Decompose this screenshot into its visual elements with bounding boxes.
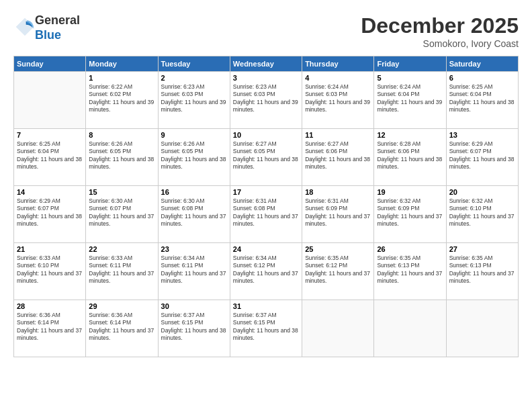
calendar-cell: 15Sunrise: 6:30 AMSunset: 6:07 PMDayligh… [86,186,158,243]
logo-text: General Blue [35,13,80,42]
cell-info: Sunrise: 6:29 AMSunset: 6:07 PMDaylight:… [449,140,515,171]
calendar-cell: 30Sunrise: 6:37 AMSunset: 6:15 PMDayligh… [158,300,230,357]
day-number: 20 [449,188,515,196]
day-number: 14 [17,188,83,196]
day-number: 21 [17,245,83,253]
calendar-cell: 27Sunrise: 6:35 AMSunset: 6:13 PMDayligh… [446,243,518,300]
weekday-header-row: SundayMondayTuesdayWednesdayThursdayFrid… [14,56,519,72]
calendar: SundayMondayTuesdayWednesdayThursdayFrid… [13,56,519,357]
cell-info: Sunrise: 6:35 AMSunset: 6:12 PMDaylight:… [305,255,371,285]
week-row-2: 7Sunrise: 6:25 AMSunset: 6:04 PMDaylight… [14,129,519,186]
day-number: 26 [377,245,443,253]
calendar-cell: 10Sunrise: 6:27 AMSunset: 6:05 PMDayligh… [230,129,302,186]
day-number: 9 [161,131,227,139]
cell-info: Sunrise: 6:37 AMSunset: 6:15 PMDaylight:… [233,312,299,342]
day-number: 10 [233,131,299,139]
calendar-cell: 5Sunrise: 6:24 AMSunset: 6:04 PMDaylight… [374,72,446,129]
calendar-cell: 26Sunrise: 6:35 AMSunset: 6:13 PMDayligh… [374,243,446,300]
day-number: 25 [305,245,371,253]
day-number: 6 [449,74,515,82]
day-number: 3 [233,74,299,82]
calendar-cell: 1Sunrise: 6:22 AMSunset: 6:02 PMDaylight… [86,72,158,129]
calendar-cell: 11Sunrise: 6:27 AMSunset: 6:06 PMDayligh… [302,129,374,186]
cell-info: Sunrise: 6:27 AMSunset: 6:05 PMDaylight:… [233,140,299,171]
calendar-cell: 9Sunrise: 6:26 AMSunset: 6:05 PMDaylight… [158,129,230,186]
cell-info: Sunrise: 6:32 AMSunset: 6:10 PMDaylight:… [449,197,515,228]
day-number: 18 [305,188,371,196]
cell-info: Sunrise: 6:31 AMSunset: 6:08 PMDaylight:… [233,197,299,228]
weekday-header-friday: Friday [374,56,446,72]
cell-info: Sunrise: 6:27 AMSunset: 6:06 PMDaylight:… [305,140,371,171]
cell-info: Sunrise: 6:26 AMSunset: 6:05 PMDaylight:… [161,140,227,171]
cell-info: Sunrise: 6:35 AMSunset: 6:13 PMDaylight:… [377,255,443,285]
day-number: 28 [17,302,83,310]
day-number: 1 [89,74,154,82]
day-number: 5 [377,74,443,82]
day-number: 17 [233,188,299,196]
calendar-cell: 28Sunrise: 6:36 AMSunset: 6:14 PMDayligh… [14,300,86,357]
week-row-1: 1Sunrise: 6:22 AMSunset: 6:02 PMDaylight… [14,72,519,129]
calendar-cell [302,300,374,357]
cell-info: Sunrise: 6:31 AMSunset: 6:09 PMDaylight:… [305,197,371,228]
calendar-cell [374,300,446,357]
cell-info: Sunrise: 6:28 AMSunset: 6:06 PMDaylight:… [377,140,443,171]
cell-info: Sunrise: 6:30 AMSunset: 6:07 PMDaylight:… [89,197,154,228]
cell-info: Sunrise: 6:23 AMSunset: 6:03 PMDaylight:… [233,83,299,114]
weekday-header-saturday: Saturday [446,56,518,72]
day-number: 19 [377,188,443,196]
calendar-cell: 16Sunrise: 6:30 AMSunset: 6:08 PMDayligh… [158,186,230,243]
day-number: 23 [161,245,227,253]
day-number: 16 [161,188,227,196]
day-number: 7 [17,131,83,139]
calendar-cell: 24Sunrise: 6:34 AMSunset: 6:12 PMDayligh… [230,243,302,300]
location: Somokoro, Ivory Coast [361,38,519,49]
day-number: 4 [305,74,371,82]
weekday-header-tuesday: Tuesday [158,56,230,72]
cell-info: Sunrise: 6:29 AMSunset: 6:07 PMDaylight:… [17,197,83,228]
week-row-4: 21Sunrise: 6:33 AMSunset: 6:10 PMDayligh… [14,243,519,300]
cell-info: Sunrise: 6:37 AMSunset: 6:15 PMDaylight:… [161,312,227,342]
calendar-cell: 6Sunrise: 6:25 AMSunset: 6:04 PMDaylight… [446,72,518,129]
week-row-3: 14Sunrise: 6:29 AMSunset: 6:07 PMDayligh… [14,186,519,243]
calendar-cell: 2Sunrise: 6:23 AMSunset: 6:03 PMDaylight… [158,72,230,129]
cell-info: Sunrise: 6:35 AMSunset: 6:13 PMDaylight:… [449,255,515,285]
svg-marker-0 [16,17,34,36]
calendar-cell: 13Sunrise: 6:29 AMSunset: 6:07 PMDayligh… [446,129,518,186]
calendar-cell: 12Sunrise: 6:28 AMSunset: 6:06 PMDayligh… [374,129,446,186]
day-number: 29 [89,302,154,310]
title-block: December 2025 Somokoro, Ivory Coast [361,13,519,49]
weekday-header-wednesday: Wednesday [230,56,302,72]
month-title: December 2025 [361,13,519,38]
day-number: 30 [161,302,227,310]
cell-info: Sunrise: 6:34 AMSunset: 6:11 PMDaylight:… [161,255,227,285]
day-number: 27 [449,245,515,253]
calendar-cell: 14Sunrise: 6:29 AMSunset: 6:07 PMDayligh… [14,186,86,243]
cell-info: Sunrise: 6:25 AMSunset: 6:04 PMDaylight:… [17,140,83,171]
logo-icon [15,17,35,37]
header: General Blue December 2025 Somokoro, Ivo… [13,13,519,49]
day-number: 15 [89,188,154,196]
cell-info: Sunrise: 6:36 AMSunset: 6:14 PMDaylight:… [17,312,83,342]
cell-info: Sunrise: 6:32 AMSunset: 6:09 PMDaylight:… [377,197,443,228]
weekday-header-thursday: Thursday [302,56,374,72]
day-number: 2 [161,74,227,82]
cell-info: Sunrise: 6:24 AMSunset: 6:04 PMDaylight:… [377,83,443,114]
cell-info: Sunrise: 6:36 AMSunset: 6:14 PMDaylight:… [89,312,154,342]
day-number: 31 [233,302,299,310]
week-row-5: 28Sunrise: 6:36 AMSunset: 6:14 PMDayligh… [14,300,519,357]
calendar-cell [446,300,518,357]
day-number: 24 [233,245,299,253]
cell-info: Sunrise: 6:26 AMSunset: 6:05 PMDaylight:… [89,140,154,171]
calendar-cell: 17Sunrise: 6:31 AMSunset: 6:08 PMDayligh… [230,186,302,243]
weekday-header-monday: Monday [86,56,158,72]
day-number: 22 [89,245,154,253]
logo: General Blue [13,13,80,42]
day-number: 13 [449,131,515,139]
logo-general: General [35,13,80,27]
calendar-cell: 7Sunrise: 6:25 AMSunset: 6:04 PMDaylight… [14,129,86,186]
calendar-cell: 25Sunrise: 6:35 AMSunset: 6:12 PMDayligh… [302,243,374,300]
calendar-cell: 8Sunrise: 6:26 AMSunset: 6:05 PMDaylight… [86,129,158,186]
calendar-cell: 31Sunrise: 6:37 AMSunset: 6:15 PMDayligh… [230,300,302,357]
cell-info: Sunrise: 6:34 AMSunset: 6:12 PMDaylight:… [233,255,299,285]
calendar-cell: 3Sunrise: 6:23 AMSunset: 6:03 PMDaylight… [230,72,302,129]
